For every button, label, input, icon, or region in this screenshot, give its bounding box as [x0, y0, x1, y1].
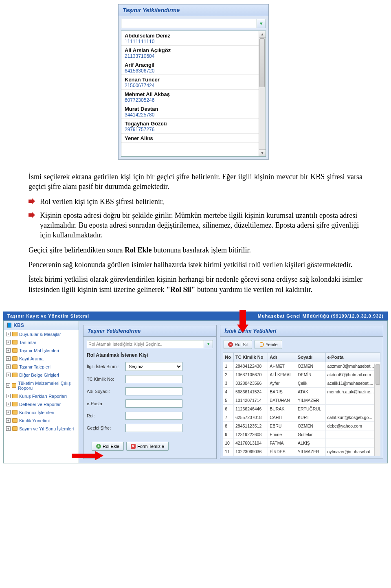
nav-root[interactable]: 📘 KBS	[4, 321, 79, 330]
x-icon: ✕	[131, 444, 136, 449]
cell: 56866141524	[234, 387, 268, 396]
tc-input[interactable]	[125, 375, 182, 383]
cell: 28451123512	[234, 421, 268, 430]
expand-icon[interactable]: +	[6, 348, 11, 353]
folder-icon	[12, 356, 18, 361]
nav-item[interactable]: +Taşınır Mal İşlemleri	[4, 347, 79, 355]
folder-icon	[12, 373, 18, 377]
folder-icon	[12, 364, 18, 369]
paragraph: Geçici şifre belirlendikten sonra Rol Ek…	[29, 245, 362, 255]
arrow-bullet-icon	[29, 198, 36, 205]
scroll-down-icon[interactable]: ▼	[259, 149, 266, 156]
nav-item[interactable]: +Defterler ve Raporlar	[4, 400, 79, 408]
expand-icon[interactable]: +	[6, 356, 11, 361]
person-option[interactable]: Mehmet Ali Akbaş60772305246	[121, 90, 266, 104]
person-option[interactable]: Murat Destan34414225780	[121, 104, 266, 119]
scroll-thumb[interactable]	[259, 38, 265, 87]
table-row[interactable]: 213637106670ALİ KEMALDEMİRakdoo67@hotmai…	[223, 370, 380, 379]
email-input[interactable]	[125, 399, 182, 408]
expand-icon[interactable]: +	[6, 364, 11, 369]
nav-item[interactable]: +Kimlik Yönetimi	[4, 417, 79, 425]
column-header[interactable]: Adı	[268, 352, 296, 362]
person-combo-input[interactable]	[121, 19, 257, 28]
table-row[interactable]: 1042176013194FATMAALKIŞ	[223, 439, 380, 447]
nav-item[interactable]: +Sayım ve Yıl Sonu İşlemleri	[4, 425, 79, 433]
person-option[interactable]: Yener Alkıs	[121, 134, 266, 143]
field-label: Geçici Şifre:	[87, 426, 125, 430]
person-option[interactable]: Abdulselam Deniz11111111110	[121, 31, 266, 46]
cell: Çelik	[296, 379, 325, 387]
cell: BURAK	[268, 404, 296, 413]
person-select-input[interactable]	[87, 340, 204, 348]
combo-trigger[interactable]: ▾	[204, 340, 213, 348]
cell: 3	[223, 379, 234, 387]
cell: Gültekin	[296, 430, 325, 439]
field-label: İlgili İstek Birimi:	[87, 364, 125, 369]
expand-icon[interactable]: +	[6, 383, 10, 388]
nav-item[interactable]: +Duyurular & Mesajlar	[4, 330, 79, 338]
column-header[interactable]: No	[223, 352, 234, 362]
table-row[interactable]: 333280423566AyferÇelikacelik11@muhasebat…	[223, 379, 380, 387]
scroll-up-icon[interactable]: ▲	[259, 31, 266, 38]
person-option[interactable]: Togayhan Gözcü29791757276	[121, 119, 266, 134]
cell: memduh.atak@hazine...	[325, 387, 380, 396]
nav-item[interactable]: +Kullanıcı İşlemleri	[4, 408, 79, 417]
cell: 1	[223, 362, 234, 370]
table-row[interactable]: 510142071714BATUHANYILMAZER	[223, 396, 380, 404]
person-option[interactable]: Ali Arslan Açıkgöz21133710604	[121, 46, 266, 60]
nav-item[interactable]: +Taşınır Talepleri	[4, 363, 79, 371]
nav-item[interactable]: +Diğer Belge Girişleri	[4, 371, 79, 379]
users-panel: İstek Birim Yetkilileri −Rol Sil Yenile …	[220, 325, 383, 459]
expand-icon[interactable]: +	[6, 340, 11, 344]
person-option[interactable]: Kenan Tuncer21500677424	[121, 75, 266, 90]
cell	[325, 430, 380, 439]
unit-select[interactable]: Seçiniz	[125, 362, 182, 371]
cell: nylmazer@muhasebat	[325, 447, 380, 456]
nav-item[interactable]: +Kuruş Farkları Raporları	[4, 392, 79, 400]
expand-icon[interactable]: +	[6, 332, 11, 336]
column-header[interactable]: TC Kimlik No	[234, 352, 268, 362]
table-row[interactable]: 611266246446BURAKERTUĞRUL	[223, 404, 380, 413]
table-row[interactable]: 762557237018CAHİTKURTcahit.kurt@kosgeb.g…	[223, 413, 380, 421]
table-row[interactable]: 828451123512EBRUÖZMENdebe@yahoo.com	[223, 421, 380, 430]
cell: 8	[223, 421, 234, 430]
expand-icon[interactable]: +	[6, 373, 11, 377]
column-header[interactable]: e-Posta	[325, 352, 380, 362]
scroll-thumb[interactable]	[376, 364, 380, 385]
cell: 42176013194	[234, 439, 268, 447]
refresh-button[interactable]: Yenile	[255, 340, 282, 349]
table-row[interactable]: 456866141524BARIŞATAKmemduh.atak@hazine.…	[223, 387, 380, 396]
table-row[interactable]: 1110223069036FİRDESYILMAZERnylmazer@muha…	[223, 447, 380, 456]
expand-icon[interactable]: +	[6, 394, 11, 398]
person-option[interactable]: Arif Aracıgil64156306720	[121, 60, 266, 75]
cell: 12319222608	[234, 430, 268, 439]
nav-item[interactable]: +Tanımlar	[4, 338, 79, 347]
panel-title: Taşınır Yetkilendirme	[119, 4, 268, 16]
cell: EBRU	[268, 421, 296, 430]
nav-item[interactable]: +Kayıt Arama	[4, 355, 79, 363]
role-input[interactable]	[125, 412, 182, 420]
combo-trigger[interactable]: ▾	[257, 19, 266, 28]
grid-scrollbar[interactable]	[374, 364, 380, 456]
cell: 6	[223, 404, 234, 413]
clear-form-button[interactable]: ✕Form Temizle	[126, 442, 169, 451]
add-role-button[interactable]: +Rol Ekle	[92, 442, 124, 451]
cell: ÖZMEN	[296, 362, 325, 370]
table-row[interactable]: 912319222608EmineGültekin	[223, 430, 380, 439]
cell: 9	[223, 430, 234, 439]
table-row[interactable]: 128484122438AHMETÖZMENaozmen3@muhasebat.…	[223, 362, 380, 370]
expand-icon[interactable]: +	[6, 418, 11, 423]
cell: 2	[223, 370, 234, 379]
paragraph: İstek birimi yetkilisi olarak görevlendi…	[29, 274, 362, 294]
expand-icon[interactable]: +	[6, 410, 11, 415]
expand-icon[interactable]: +	[6, 426, 11, 431]
delete-role-button[interactable]: −Rol Sil	[224, 340, 252, 349]
password-input[interactable]	[125, 424, 182, 432]
expand-icon[interactable]: +	[6, 402, 11, 406]
cell: ÖZMEN	[296, 421, 325, 430]
name-input[interactable]	[125, 387, 182, 395]
nav-item[interactable]: +Tüketim Malzemeleri Çıkış Roporu	[4, 379, 79, 392]
column-header[interactable]: Soyadı	[296, 352, 325, 362]
cell: 10142071714	[234, 396, 268, 404]
scrollbar[interactable]: ▲ ▼	[259, 31, 266, 156]
